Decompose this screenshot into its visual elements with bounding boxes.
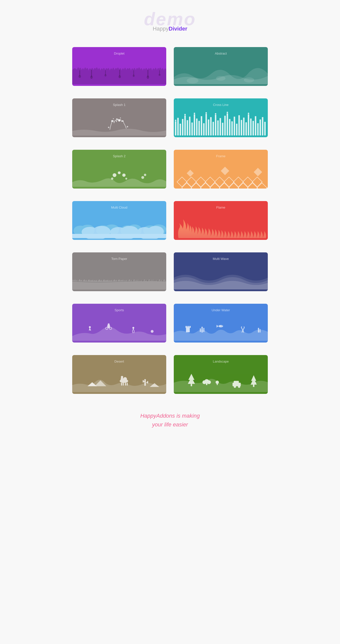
svg-point-142 xyxy=(218,325,223,327)
svg-point-76 xyxy=(141,176,144,179)
svg-rect-51 xyxy=(236,124,237,135)
svg-rect-26 xyxy=(177,118,179,135)
card-desert[interactable]: Desert xyxy=(72,355,166,394)
card-underwater-label: Under Water xyxy=(174,308,268,312)
abstract-divider xyxy=(174,62,268,86)
svg-rect-55 xyxy=(245,122,247,135)
card-crossline[interactable]: Cross Line xyxy=(174,98,268,137)
svg-point-19 xyxy=(118,119,120,121)
svg-point-17 xyxy=(111,120,113,122)
svg-point-22 xyxy=(127,126,128,127)
svg-rect-32 xyxy=(191,122,193,135)
card-multicloud-label: Multi Cloud xyxy=(72,206,166,209)
card-droplet[interactable]: Droplet xyxy=(72,47,166,86)
card-frame-label: Frame xyxy=(174,154,268,158)
svg-point-16 xyxy=(244,77,254,83)
card-splash2[interactable]: Splash 2 xyxy=(72,150,166,189)
multicloud-divider xyxy=(72,214,166,240)
card-underwater[interactable]: Under Water xyxy=(174,304,268,343)
svg-rect-62 xyxy=(262,117,264,135)
card-frame[interactable]: Frame xyxy=(174,150,268,189)
card-splash1[interactable]: Splash 1 xyxy=(72,98,166,137)
multiwave-divider xyxy=(174,265,268,291)
underwater-divider xyxy=(174,316,268,343)
svg-point-64 xyxy=(175,120,177,121)
svg-rect-85 xyxy=(243,177,253,187)
svg-rect-81 xyxy=(205,177,215,187)
svg-point-65 xyxy=(184,114,186,115)
card-desert-label: Desert xyxy=(72,360,166,363)
svg-rect-35 xyxy=(198,121,200,135)
svg-rect-176 xyxy=(253,385,254,387)
svg-point-156 xyxy=(123,377,127,382)
svg-point-177 xyxy=(216,381,219,384)
svg-point-5 xyxy=(105,74,107,76)
svg-point-73 xyxy=(122,174,126,177)
svg-rect-79 xyxy=(186,177,196,187)
svg-rect-52 xyxy=(238,115,240,135)
svg-point-71 xyxy=(113,173,116,177)
svg-rect-171 xyxy=(234,381,239,384)
card-flame[interactable]: Flame xyxy=(174,201,268,240)
svg-rect-61 xyxy=(260,119,261,135)
card-multiwave[interactable]: Multi Wave xyxy=(174,252,268,291)
svg-rect-50 xyxy=(234,117,235,135)
svg-rect-34 xyxy=(196,118,198,135)
landscape-divider xyxy=(174,368,268,394)
svg-rect-141 xyxy=(200,328,201,332)
happy-text: Happy xyxy=(153,26,169,32)
svg-rect-37 xyxy=(203,123,205,135)
svg-rect-57 xyxy=(250,118,252,135)
svg-rect-60 xyxy=(257,123,259,135)
svg-rect-45 xyxy=(222,123,223,135)
tornpaper-divider xyxy=(72,270,166,291)
svg-point-77 xyxy=(144,174,146,176)
svg-rect-36 xyxy=(201,116,202,135)
svg-point-151 xyxy=(121,376,123,378)
svg-point-144 xyxy=(222,326,222,326)
svg-marker-143 xyxy=(217,325,219,328)
svg-rect-178 xyxy=(217,383,218,385)
card-droplet-label: Droplet xyxy=(72,52,166,55)
svg-point-70 xyxy=(248,113,249,114)
card-landscape[interactable]: Landscape xyxy=(174,355,268,394)
card-abstract[interactable]: Abstract xyxy=(174,47,268,86)
svg-rect-8 xyxy=(133,70,134,75)
svg-point-67 xyxy=(206,112,207,114)
card-multicloud[interactable]: Multi Cloud xyxy=(72,201,166,240)
svg-marker-96 xyxy=(187,170,194,177)
svg-rect-6 xyxy=(119,70,120,76)
svg-rect-33 xyxy=(194,114,195,135)
droplet-divider xyxy=(72,65,166,86)
svg-rect-40 xyxy=(210,117,212,135)
svg-rect-146 xyxy=(260,329,261,333)
svg-rect-165 xyxy=(191,384,192,386)
card-flame-label: Flame xyxy=(174,206,268,209)
svg-point-3 xyxy=(90,76,93,79)
footer-line2: your life easier xyxy=(140,420,200,429)
desert-divider xyxy=(72,368,166,394)
svg-rect-140 xyxy=(203,328,204,332)
svg-rect-58 xyxy=(252,121,254,135)
svg-rect-44 xyxy=(220,118,221,135)
card-splash2-label: Splash 2 xyxy=(72,154,166,158)
svg-point-21 xyxy=(108,127,110,128)
page-header: demo HappyDivider xyxy=(144,10,196,32)
svg-marker-175 xyxy=(251,375,256,381)
svg-point-75 xyxy=(125,178,127,180)
svg-rect-30 xyxy=(187,120,188,135)
card-landscape-label: Landscape xyxy=(174,360,268,363)
svg-rect-135 xyxy=(186,327,190,333)
svg-point-74 xyxy=(111,178,113,180)
svg-rect-54 xyxy=(243,118,245,135)
svg-point-72 xyxy=(118,171,121,174)
svg-rect-152 xyxy=(121,383,122,385)
card-tornpaper[interactable]: Torn Paper xyxy=(72,252,166,291)
card-sports[interactable]: Sports xyxy=(72,304,166,343)
svg-rect-83 xyxy=(224,177,234,187)
svg-rect-56 xyxy=(248,114,249,135)
svg-point-1 xyxy=(78,75,81,78)
svg-point-13 xyxy=(159,74,161,76)
svg-rect-46 xyxy=(224,116,226,135)
svg-rect-12 xyxy=(159,70,160,74)
